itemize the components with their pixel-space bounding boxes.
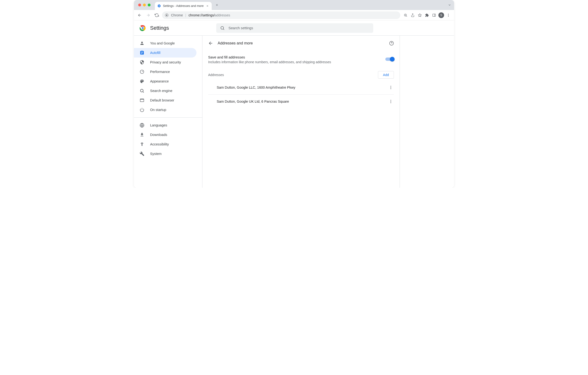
chrome-icon xyxy=(165,13,169,17)
more-options-icon[interactable] xyxy=(388,84,394,91)
gear-icon xyxy=(157,4,161,8)
save-fill-toggle[interactable] xyxy=(385,58,394,61)
sidebar-item-accessibility[interactable]: Accessibility xyxy=(134,140,197,149)
save-fill-setting: Save and fill addresses Includes informa… xyxy=(202,51,400,68)
addresses-label: Addresses xyxy=(208,73,224,77)
svg-point-24 xyxy=(390,101,391,102)
sidebar-item-on-startup[interactable]: On startup xyxy=(134,105,197,114)
window-maximize-button[interactable] xyxy=(148,4,151,6)
sidebar-label: Privacy and security xyxy=(150,60,181,64)
browser-toolbar: Chrome | chrome://settings/addresses xyxy=(134,10,454,20)
power-icon xyxy=(140,107,144,112)
wrench-icon xyxy=(140,151,144,156)
sidebar-label: On startup xyxy=(150,108,166,112)
back-arrow-icon[interactable] xyxy=(208,41,213,46)
sidebar-label: Default browser xyxy=(150,98,174,102)
svg-point-20 xyxy=(390,86,391,87)
tab-list-button[interactable] xyxy=(448,3,454,7)
new-tab-button[interactable] xyxy=(214,2,220,8)
clipboard-icon xyxy=(140,50,144,55)
sidebar: You and Google Autofill Privacy and secu… xyxy=(134,36,202,188)
window-minimize-button[interactable] xyxy=(143,4,146,6)
omnibox-label: Chrome xyxy=(171,13,183,17)
sidebar-item-autofill[interactable]: Autofill xyxy=(134,48,197,58)
page-header: Addresses and more xyxy=(202,36,400,51)
addresses-section-header: Addresses Add xyxy=(202,68,400,79)
back-button[interactable] xyxy=(136,12,143,19)
settings-title: Settings xyxy=(150,25,169,31)
separator: | xyxy=(185,13,186,17)
window-close-button[interactable] xyxy=(138,4,141,6)
share-icon[interactable] xyxy=(409,12,416,19)
browser-icon xyxy=(140,98,144,103)
tab-title: Settings - Addresses and more xyxy=(163,4,204,8)
address-list: Sam Dutton, Google LLC, 1600 Amphitheatr… xyxy=(202,79,400,108)
sidebar-label: System xyxy=(150,152,161,156)
address-bar[interactable]: Chrome | chrome://settings/addresses xyxy=(162,11,400,19)
toggle-knob xyxy=(390,57,395,61)
sidebar-label: Appearance xyxy=(150,79,169,83)
sidebar-item-you-and-google[interactable]: You and Google xyxy=(134,39,197,48)
extensions-icon[interactable] xyxy=(424,12,430,19)
side-panel-icon[interactable] xyxy=(431,12,437,19)
globe-icon xyxy=(140,123,144,128)
svg-point-22 xyxy=(390,88,391,89)
forward-button xyxy=(145,12,152,19)
svg-point-21 xyxy=(390,87,391,88)
settings-header: Settings Search settings xyxy=(134,20,454,36)
sidebar-item-privacy[interactable]: Privacy and security xyxy=(134,58,197,67)
sidebar-item-default-browser[interactable]: Default browser xyxy=(134,96,197,105)
address-item[interactable]: Sam Dutton, Google LLC, 1600 Amphitheatr… xyxy=(208,81,394,95)
search-icon xyxy=(220,26,225,30)
sidebar-label: Accessibility xyxy=(150,142,169,146)
search-icon xyxy=(140,88,144,93)
close-icon[interactable] xyxy=(206,4,209,8)
svg-point-16 xyxy=(140,89,143,92)
omnibox-url: chrome://settings/addresses xyxy=(188,13,230,17)
window-controls xyxy=(136,4,153,6)
svg-point-25 xyxy=(390,102,391,103)
palette-icon xyxy=(140,79,144,84)
zoom-icon[interactable] xyxy=(402,12,409,19)
search-settings-input[interactable]: Search settings xyxy=(216,23,373,33)
chrome-logo-icon xyxy=(140,25,146,31)
save-fill-label: Save and fill addresses xyxy=(208,55,385,59)
sidebar-label: Downloads xyxy=(150,133,167,137)
help-icon[interactable] xyxy=(389,41,394,46)
profile-button[interactable]: S xyxy=(438,12,445,19)
sidebar-label: Search engine xyxy=(150,89,172,93)
speedometer-icon xyxy=(140,69,144,74)
browser-window: Settings - Addresses and more Chrome xyxy=(134,0,454,188)
svg-point-1 xyxy=(166,14,167,16)
address-item[interactable]: Sam Dutton, Google UK Ltd, 6 Pancras Squ… xyxy=(208,95,394,108)
reload-button[interactable] xyxy=(153,12,160,19)
sidebar-item-performance[interactable]: Performance xyxy=(134,67,197,77)
svg-point-4 xyxy=(448,14,449,14)
svg-point-23 xyxy=(390,100,391,101)
sidebar-label: You and Google xyxy=(150,41,175,45)
more-options-icon[interactable] xyxy=(388,98,394,105)
menu-icon[interactable] xyxy=(445,12,452,19)
sidebar-label: Performance xyxy=(150,70,170,74)
address-text: Sam Dutton, Google LLC, 1600 Amphitheatr… xyxy=(217,86,295,89)
bookmark-icon[interactable] xyxy=(417,12,423,19)
sidebar-item-system[interactable]: System xyxy=(134,149,197,159)
svg-point-14 xyxy=(221,26,224,29)
svg-point-13 xyxy=(142,27,144,29)
download-icon xyxy=(140,132,144,137)
sidebar-item-appearance[interactable]: Appearance xyxy=(134,77,197,86)
sidebar-item-downloads[interactable]: Downloads xyxy=(134,130,197,140)
search-placeholder: Search settings xyxy=(229,26,253,30)
tab-bar: Settings - Addresses and more xyxy=(134,0,454,10)
svg-point-6 xyxy=(448,16,449,17)
sidebar-item-search-engine[interactable]: Search engine xyxy=(134,86,197,96)
sidebar-item-languages[interactable]: Languages xyxy=(134,121,197,130)
svg-point-18 xyxy=(142,142,142,143)
avatar: S xyxy=(438,12,444,18)
person-icon xyxy=(140,41,144,46)
browser-tab[interactable]: Settings - Addresses and more xyxy=(155,2,212,10)
sidebar-label: Autofill xyxy=(150,51,161,55)
accessibility-icon xyxy=(140,142,144,147)
svg-rect-3 xyxy=(433,14,436,16)
add-address-button[interactable]: Add xyxy=(378,71,394,79)
